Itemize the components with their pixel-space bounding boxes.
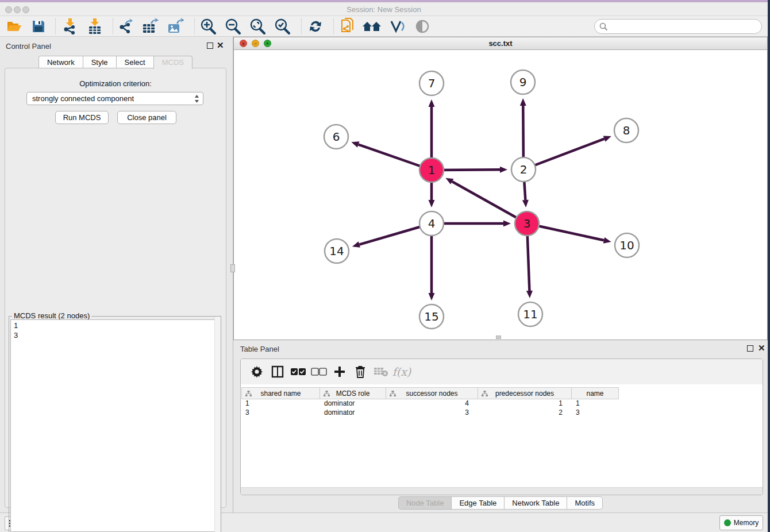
column-header-label: predecessor nodes [495, 390, 554, 398]
delete-column-icon[interactable] [350, 363, 371, 380]
table-tab-node-table[interactable]: Node Table [398, 496, 452, 510]
criterion-select[interactable]: strongly connected component [26, 92, 203, 105]
table-row[interactable]: 1dominator411 [241, 399, 619, 408]
chevron-up-down-icon [194, 94, 199, 107]
column-header-MCDS-role[interactable]: MCDS role [320, 387, 386, 399]
column-header-shared-name[interactable]: shared name [241, 387, 320, 399]
graph-edge-arrowhead [500, 167, 507, 173]
table-cell[interactable]: 1 [478, 399, 572, 408]
control-tab-select[interactable]: Select [116, 56, 153, 68]
run-mcds-button[interactable]: Run MCDS [55, 111, 109, 124]
column-header-label: name [586, 390, 603, 398]
network-window-title: scc.txt [234, 39, 767, 48]
horizontal-splitter-handle[interactable] [496, 336, 501, 339]
table-toolbar: f(x) [241, 359, 763, 384]
show-hide-icon[interactable] [413, 18, 432, 35]
mcds-result-title: MCDS result (2 nodes) [12, 311, 91, 320]
memory-button[interactable]: Memory [719, 515, 763, 530]
column-header-successor-nodes[interactable]: successor nodes [386, 387, 478, 399]
table-panel: Table Panel ✕ [233, 340, 768, 512]
toolbar-separator [194, 18, 195, 34]
graph-edge-arrowhead [429, 200, 435, 207]
toolbar-separator [113, 18, 113, 34]
panel-divider-handle[interactable] [230, 264, 235, 272]
export-image-icon[interactable] [165, 18, 185, 35]
table-panel-header: Table Panel ✕ [233, 340, 768, 357]
control-tab-mcds[interactable]: MCDS [153, 56, 192, 69]
result-scrollbar[interactable] [214, 317, 221, 532]
graph-node-label: 4 [428, 217, 436, 230]
column-header-label: successor nodes [406, 390, 457, 398]
column-header-predecessor-nodes[interactable]: predecessor nodes [478, 387, 572, 399]
table-cell[interactable]: 1 [241, 399, 320, 408]
select-all-icon[interactable] [288, 363, 309, 380]
refresh-icon[interactable] [306, 18, 325, 35]
zoom-in-icon[interactable] [198, 18, 218, 35]
table-cell[interactable]: 3 [572, 408, 619, 418]
settings-gear-icon[interactable] [247, 363, 267, 380]
table-bottom-strip [241, 487, 763, 495]
column-header-name[interactable]: name [572, 387, 619, 399]
table-cell[interactable]: dominator [320, 399, 386, 408]
close-table-panel-icon[interactable]: ✕ [758, 343, 765, 353]
table-tab-network-table[interactable]: Network Table [504, 496, 567, 510]
table-cell[interactable]: 2 [478, 408, 572, 418]
function-builder-icon-disabled: f(x) [391, 363, 412, 380]
clone-network-icon[interactable] [338, 18, 357, 35]
graph-node-label: 15 [424, 310, 438, 323]
network-graph-canvas[interactable]: 7968124314101511 [234, 50, 767, 340]
graph-edge-arrowhead [522, 200, 529, 207]
table-tab-motifs[interactable]: Motifs [567, 496, 603, 510]
zoom-fit-icon[interactable] [248, 18, 267, 35]
column-header-label: shared name [260, 390, 301, 398]
graph-edge-2-8[interactable] [523, 139, 605, 169]
graph-node-label: 6 [333, 130, 340, 144]
graph-node-label: 2 [520, 163, 528, 176]
add-column-icon[interactable] [329, 363, 350, 380]
graph-edge-arrowhead [352, 241, 360, 248]
control-tab-style[interactable]: Style [83, 56, 116, 68]
toolbar-separator [333, 18, 334, 34]
table-tab-edge-table[interactable]: Edge Table [451, 496, 504, 510]
mcds-tab-content: Optimization criterion: strongly connect… [5, 68, 226, 508]
table-header-row: shared nameMCDS rolesuccessor nodesprede… [241, 387, 619, 399]
export-network-icon[interactable] [116, 18, 136, 35]
close-panel-icon[interactable]: ✕ [217, 40, 224, 51]
criterion-selected-value: strongly connected component [32, 94, 134, 103]
table-cell[interactable]: 4 [386, 399, 478, 408]
table-cell[interactable]: 3 [386, 408, 478, 418]
mcds-result-text[interactable]: 1 3 [10, 319, 220, 532]
float-panel-icon[interactable] [207, 43, 213, 49]
column-selector-icon[interactable] [267, 363, 288, 380]
optimization-criterion-label: Optimization criterion: [5, 79, 226, 88]
table-cell[interactable]: 1 [572, 399, 619, 408]
open-file-icon[interactable] [5, 18, 24, 35]
deselect-all-icon[interactable] [309, 363, 329, 380]
table-cell[interactable]: dominator [320, 408, 386, 418]
float-table-panel-icon[interactable] [747, 345, 753, 352]
table-row[interactable]: 3dominator323 [241, 408, 619, 418]
graph-node-label: 14 [329, 244, 344, 258]
import-table-icon[interactable] [85, 18, 105, 35]
table-cell[interactable]: 3 [241, 408, 320, 418]
import-network-icon[interactable] [60, 18, 79, 35]
save-session-icon[interactable] [29, 18, 48, 35]
zoom-selected-icon[interactable] [272, 18, 292, 35]
search-field[interactable] [594, 19, 762, 34]
control-tab-network[interactable]: Network [38, 56, 83, 68]
home-icon[interactable] [362, 18, 382, 35]
hide-graphics-details-icon[interactable] [387, 18, 407, 35]
close-panel-button[interactable]: Close panel [117, 111, 176, 124]
graph-edge-3-1[interactable] [452, 182, 527, 223]
search-input[interactable] [611, 22, 761, 31]
export-table-icon[interactable] [140, 18, 160, 35]
graph-edge-arrowhead [526, 291, 533, 298]
search-icon [599, 22, 608, 31]
network-view-window: x − + scc.txt 7968124314101511 [233, 37, 768, 340]
zoom-out-icon[interactable] [223, 18, 242, 35]
memory-button-label: Memory [734, 519, 759, 527]
mcds-result-groupbox: MCDS result (2 nodes) 1 3 [9, 316, 221, 532]
control-panel-header: Control Panel ✕ [0, 37, 231, 54]
network-window-titlebar[interactable]: x − + scc.txt [234, 37, 767, 50]
table-rows: 1dominator4113dominator323 [241, 399, 619, 418]
